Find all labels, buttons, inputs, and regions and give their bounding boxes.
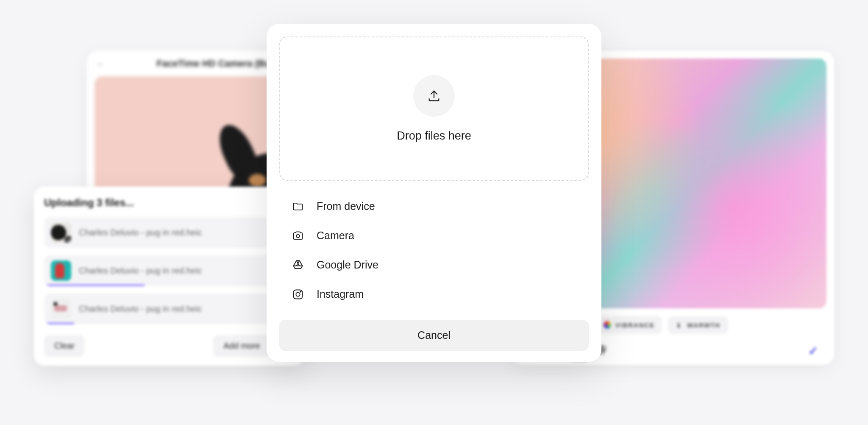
upload-icon xyxy=(413,75,455,117)
file-thumbnail xyxy=(51,260,71,281)
file-source-picker: Drop files here From device Camera xyxy=(267,24,601,362)
file-name: Charles Deluvio - pug in red.heic xyxy=(79,304,288,314)
source-google-drive[interactable]: Google Drive xyxy=(289,250,584,280)
source-instagram-label: Instagram xyxy=(317,288,364,300)
chip-vibrance[interactable]: VIBRANCE xyxy=(596,316,662,334)
camera-title: FaceTime HD Camera (Buil xyxy=(157,58,276,69)
upload-row[interactable]: Charles Deluvio - pug in red.heic xyxy=(44,255,295,286)
source-from-device[interactable]: From device xyxy=(289,192,584,221)
vibrance-icon xyxy=(604,321,611,329)
instagram-icon xyxy=(292,288,304,300)
dropzone[interactable]: Drop files here xyxy=(279,36,589,181)
source-from-device-label: From device xyxy=(317,200,375,212)
source-google-drive-label: Google Drive xyxy=(317,259,378,271)
svg-point-12 xyxy=(300,291,301,292)
source-instagram[interactable]: Instagram xyxy=(289,280,584,309)
chip-warmth[interactable]: 🌡 WARMTH xyxy=(668,316,728,334)
upload-progress-bar xyxy=(44,323,74,324)
thermometer-icon: 🌡 xyxy=(676,322,683,329)
dropzone-label: Drop files here xyxy=(397,129,471,143)
camera-icon xyxy=(292,230,304,242)
add-more-button[interactable]: Add more xyxy=(213,335,270,357)
cancel-button[interactable]: Cancel xyxy=(279,320,589,351)
back-arrow-icon[interactable]: ← xyxy=(96,59,105,69)
chip-warmth-label: WARMTH xyxy=(687,322,720,329)
file-thumbnail xyxy=(51,299,71,319)
source-camera-label: Camera xyxy=(317,229,354,242)
upload-title: Uploading 3 files... xyxy=(44,197,295,209)
file-thumbnail: ✓ xyxy=(51,222,71,243)
upload-row[interactable]: Charles Deluvio - pug in red.heic xyxy=(44,294,295,324)
file-name: Charles Deluvio - pug in red.heic xyxy=(79,228,273,238)
clear-button[interactable]: Clear xyxy=(44,335,85,357)
chip-vibrance-label: VIBRANCE xyxy=(615,322,655,329)
svg-point-9 xyxy=(296,234,299,237)
file-name: Charles Deluvio - pug in red.heic xyxy=(79,266,288,276)
source-camera[interactable]: Camera xyxy=(289,221,584,250)
folder-icon xyxy=(292,201,304,212)
upload-progress-bar xyxy=(44,285,145,286)
confirm-check-icon[interactable]: ✓ xyxy=(808,344,818,358)
success-badge-icon: ✓ xyxy=(64,236,71,243)
upload-progress-card: Uploading 3 files... ✓ Charles Deluvio -… xyxy=(34,187,305,366)
svg-point-11 xyxy=(296,292,300,296)
google-drive-icon xyxy=(292,259,304,271)
upload-row[interactable]: ✓ Charles Deluvio - pug in red.heic ✎ xyxy=(44,217,295,248)
